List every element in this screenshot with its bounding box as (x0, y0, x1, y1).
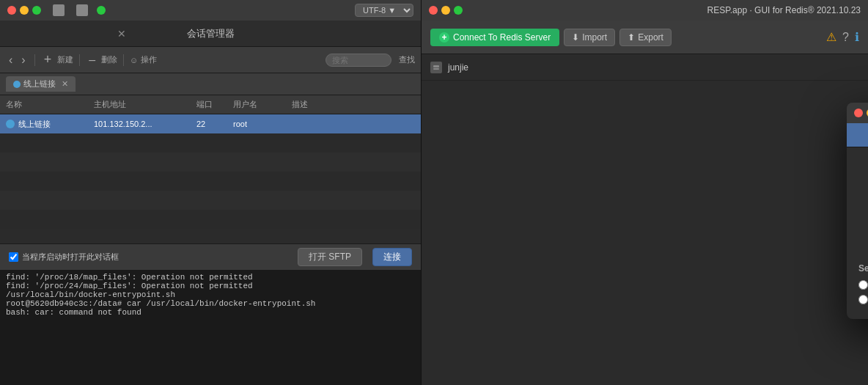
terminal-line: root@5620db940c3c:/data# car /usr/local/… (6, 299, 415, 308)
session-toolbar: ‹ › + 新建 – 删除 ☺ 操作 查找 (0, 47, 421, 73)
empty-row (0, 153, 421, 172)
auto-open-checkbox-label[interactable]: 当程序启动时打开此对话框 (9, 252, 119, 263)
divider2 (79, 54, 80, 66)
empty-row (0, 191, 421, 210)
row-port: 22 (196, 120, 233, 128)
auto-open-checkbox[interactable] (9, 252, 18, 262)
username-row: Username: (858, 237, 868, 256)
divider3 (123, 54, 124, 66)
connect-button[interactable]: 连接 (372, 248, 412, 266)
session-bar: 会话管理器 ✕ (0, 21, 421, 47)
action-text: 操作 (141, 54, 157, 65)
server-item[interactable]: junjie (422, 54, 868, 81)
connect-redis-label: Connect To Redis Server (453, 32, 551, 43)
right-titlebar: RESP.app · GUI for Redis® 2021.10.23 (422, 0, 868, 21)
table-row[interactable]: 线上链接 101.132.150.2... 22 root (0, 114, 421, 133)
address-row: Address: : – 6377 + (858, 184, 868, 203)
address-label: Address: (858, 188, 868, 199)
warning-icon-button[interactable]: ⚠ (826, 30, 836, 44)
sftp-button[interactable]: 打开 SFTP (298, 248, 362, 266)
import-button[interactable]: ⬇ Import (564, 29, 615, 46)
connection-tabs: 线上链接 ✕ (0, 73, 421, 95)
export-label: Export (638, 32, 663, 43)
delete-button[interactable]: – (86, 52, 98, 68)
encoding-selector[interactable]: UTF-8 ▼ (355, 4, 413, 17)
password-row: Password: Show password (858, 210, 868, 230)
r-minimize-button[interactable] (441, 6, 450, 15)
info-icon-button[interactable]: ℹ (855, 30, 859, 44)
ssh-row: SSH Tunnel (858, 294, 868, 304)
right-toolbar: + Connect To Redis Server ⬇ Import ⬆ Exp… (422, 21, 868, 54)
m-close-button[interactable] (854, 109, 863, 117)
session-close-icon[interactable]: ✕ (117, 28, 126, 40)
help-icon-button[interactable]: ? (842, 31, 849, 44)
empty-row (0, 210, 421, 229)
server-icon (430, 62, 442, 73)
new-connection-modal: New Connection Settings How to connect C… (847, 103, 868, 319)
ssl-radio[interactable] (858, 280, 868, 290)
connection-tab[interactable]: 线上链接 ✕ (6, 76, 76, 92)
terminal-area: find: '/proc/18/map_files': Operation no… (0, 270, 421, 386)
traffic-lights (7, 6, 41, 15)
right-panel: RESP.app · GUI for Redis® 2021.10.23 + C… (422, 0, 868, 385)
right-traffic-lights (429, 6, 463, 15)
terminal-line: /usr/local/bin/docker-entrypoint.sh (6, 290, 415, 299)
col-host-header: 主机地址 (94, 99, 196, 110)
close-button[interactable] (7, 6, 16, 15)
modal-body: Name: Address: : – 6377 + Password: (847, 147, 868, 319)
right-icon-group: ⚠ ? ℹ (826, 30, 859, 44)
terminal-line: find: '/proc/24/map_files': Operation no… (6, 282, 415, 290)
username-label: Username: (858, 241, 868, 252)
forward-button[interactable]: › (18, 52, 28, 68)
folder-icon (53, 4, 65, 16)
name-label: Name: (858, 162, 868, 172)
action-label: ☺ (130, 56, 138, 65)
svg-rect-0 (433, 65, 439, 67)
search-input[interactable] (326, 54, 391, 67)
row-host: 101.132.150.2... (94, 120, 196, 128)
name-row: Name: (858, 158, 868, 177)
row-name: 线上链接 (6, 119, 94, 130)
right-app-title: RESP.app · GUI for Redis® 2021.10.23 (707, 5, 861, 15)
modal-traffic-lights (854, 109, 868, 117)
new-button[interactable]: + (41, 51, 55, 69)
security-title: Security (858, 263, 868, 274)
ssh-radio[interactable] (858, 295, 868, 304)
import-icon: ⬇ (572, 32, 579, 43)
password-label: Password: (858, 215, 868, 225)
left-panel: UTF-8 ▼ 会话管理器 ✕ ‹ › + 新建 – 删除 ☺ 操作 查找 线上… (0, 0, 422, 385)
export-icon: ⬆ (628, 32, 635, 43)
status-icon (97, 6, 106, 15)
conn-tab-close[interactable]: ✕ (62, 79, 68, 89)
maximize-button[interactable] (32, 6, 41, 15)
export-button[interactable]: ⬆ Export (619, 29, 672, 46)
table-header: 名称 主机地址 端口 用户名 描述 (0, 95, 421, 114)
tab-how-to-connect[interactable]: How to connect (847, 123, 868, 147)
terminal-line: bash: car: command not found (6, 308, 415, 317)
r-maximize-button[interactable] (454, 6, 463, 15)
session-title: 会话管理器 (187, 27, 235, 40)
plus-icon: + (439, 32, 449, 43)
new-label: 新建 (57, 54, 73, 65)
back-button[interactable]: ‹ (6, 52, 15, 68)
col-desc-header: 描述 (292, 99, 415, 110)
col-port-header: 端口 (196, 99, 233, 110)
divider (34, 54, 35, 66)
conn-tab-label: 线上链接 (23, 78, 56, 89)
auto-open-label: 当程序启动时打开此对话框 (22, 252, 119, 263)
left-titlebar: UTF-8 ▼ (0, 0, 421, 21)
row-user: root (233, 120, 292, 128)
server-name: junjie (448, 62, 468, 73)
conn-icon (13, 81, 21, 88)
bottom-bar: 当程序启动时打开此对话框 打开 SFTP 连接 (0, 243, 421, 270)
globe-icon (6, 120, 15, 128)
modal-tabs: How to connect Connection Settings Advan… (847, 123, 868, 147)
security-section: Security SSL / TLS SSH Tunnel (858, 263, 868, 304)
r-close-button[interactable] (429, 6, 438, 15)
col-user-header: 用户名 (233, 99, 292, 110)
minimize-button[interactable] (20, 6, 29, 15)
terminal-line: find: '/proc/18/map_files': Operation no… (6, 273, 415, 282)
find-label: 查找 (399, 54, 415, 65)
settings-icon (76, 4, 88, 16)
connect-to-redis-button[interactable]: + Connect To Redis Server (430, 29, 559, 46)
